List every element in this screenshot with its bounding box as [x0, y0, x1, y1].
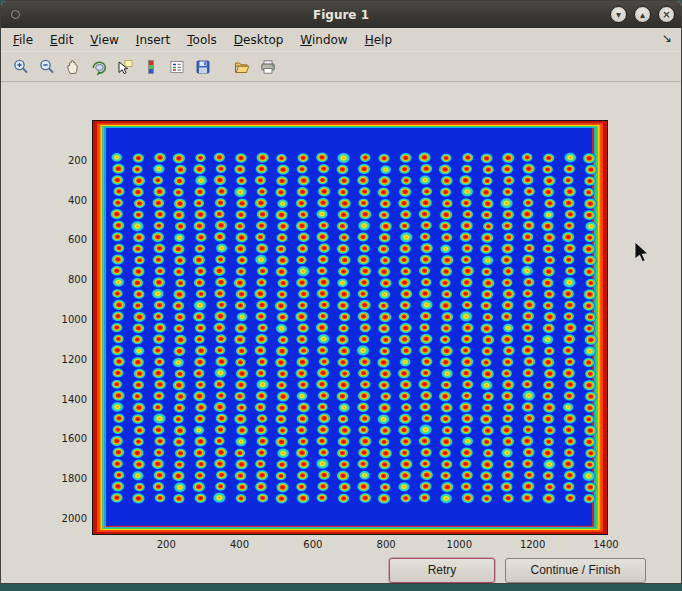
menu-edit[interactable]: Edit [50, 33, 73, 47]
rotate-3d-icon[interactable] [88, 56, 109, 77]
dock-figure-icon[interactable]: ↘ [662, 31, 672, 45]
menubar: FileEditViewInsertToolsDesktopWindowHelp… [1, 28, 681, 51]
y-tick-label: 1200 [51, 354, 87, 365]
menu-insert[interactable]: Insert [136, 33, 170, 47]
menu-view[interactable]: View [90, 33, 118, 47]
x-tick-label: 1000 [437, 539, 481, 550]
y-tick-label: 1400 [51, 394, 87, 405]
menubar-items: FileEditViewInsertToolsDesktopWindowHelp [13, 33, 392, 47]
x-tick-label: 800 [364, 539, 408, 550]
window-title: Figure 1 [313, 8, 369, 22]
y-tick-label: 1800 [51, 473, 87, 484]
print-icon[interactable] [257, 56, 278, 77]
plot-axes [93, 121, 607, 534]
retry-button[interactable]: Retry [389, 558, 495, 583]
minimize-button[interactable]: ▾ [610, 6, 627, 23]
y-tick-label: 2000 [51, 513, 87, 524]
desktop-taskbar-strip [0, 584, 682, 591]
open-icon[interactable] [231, 56, 252, 77]
y-tick-label: 400 [51, 195, 87, 206]
figure-window: Figure 1 ▾ ▴ × FileEditViewInsertToolsDe… [0, 0, 682, 584]
menu-file[interactable]: File [13, 33, 33, 47]
y-tick-label: 1000 [51, 314, 87, 325]
menu-tools[interactable]: Tools [187, 33, 217, 47]
menu-help[interactable]: Help [365, 33, 392, 47]
menu-window[interactable]: Window [300, 33, 347, 47]
y-tick-label: 1600 [51, 433, 87, 444]
window-menu-icon [11, 10, 20, 19]
maximize-button[interactable]: ▴ [634, 6, 651, 23]
x-tick-label: 200 [144, 539, 188, 550]
toolbar [1, 51, 681, 82]
colorbar-icon[interactable] [140, 56, 161, 77]
x-tick-label: 1400 [584, 539, 628, 550]
y-tick-label: 800 [51, 274, 87, 285]
figure-canvas: Retry Continue / Finish 2004006008001000… [1, 83, 681, 583]
legend-icon[interactable] [166, 56, 187, 77]
zoom-in-icon[interactable] [10, 56, 31, 77]
plot-image [93, 121, 607, 534]
x-tick-label: 1200 [511, 539, 555, 550]
data-cursor-icon[interactable] [114, 56, 135, 77]
window-controls: ▾ ▴ × [610, 6, 675, 23]
save-icon[interactable] [192, 56, 213, 77]
pan-icon[interactable] [62, 56, 83, 77]
x-tick-label: 400 [218, 539, 262, 550]
zoom-out-icon[interactable] [36, 56, 57, 77]
close-button[interactable]: × [658, 6, 675, 23]
menu-desktop[interactable]: Desktop [234, 33, 284, 47]
titlebar[interactable]: Figure 1 ▾ ▴ × [1, 1, 681, 28]
x-tick-label: 600 [291, 539, 335, 550]
y-tick-label: 200 [51, 155, 87, 166]
y-tick-label: 600 [51, 234, 87, 245]
continue-finish-button[interactable]: Continue / Finish [505, 558, 646, 583]
